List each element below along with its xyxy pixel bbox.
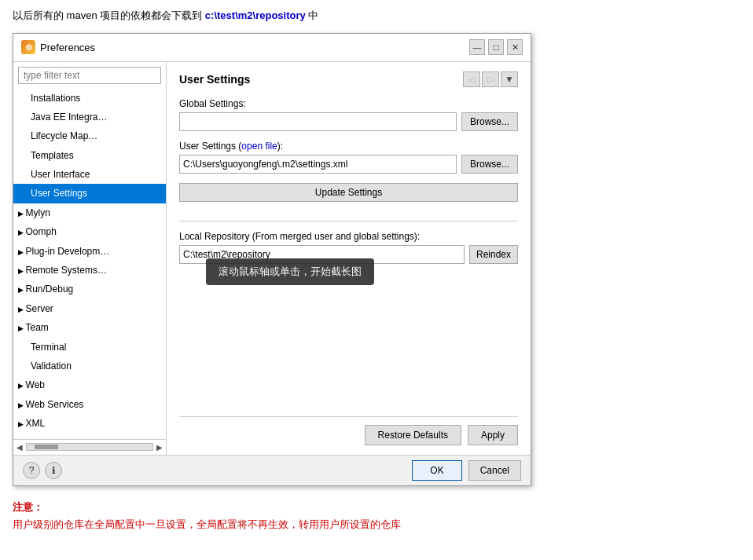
local-repo-row: Reindex	[179, 245, 518, 264]
apply-button[interactable]: Apply	[468, 425, 518, 445]
sidebar-item-javaee[interactable]: Java EE Integra…	[13, 108, 166, 126]
top-text-path: c:\test\m2\repository	[205, 9, 306, 21]
forward-nav-button[interactable]: ▷	[482, 71, 499, 87]
back-nav-button[interactable]: ◁	[463, 71, 480, 87]
nav-buttons: ◁ ▷ ▼	[463, 71, 518, 87]
local-repo-label: Local Repository (From merged user and g…	[179, 231, 518, 242]
content-title: User Settings	[179, 73, 250, 86]
scroll-right-arrow[interactable]: ▶	[156, 443, 163, 452]
close-button[interactable]: ✕	[507, 39, 523, 55]
scroll-thumb	[35, 445, 58, 449]
sidebar-item-oomph[interactable]: Oomph	[13, 222, 166, 241]
sidebar-item-mylyn[interactable]: Mylyn	[13, 203, 166, 222]
content-header: User Settings ◁ ▷ ▼	[179, 71, 518, 87]
horizontal-scrollbar[interactable]	[26, 443, 153, 451]
filter-input[interactable]	[18, 67, 161, 84]
footer-left-buttons: ? ℹ	[23, 462, 62, 479]
section-divider	[179, 221, 518, 221]
bottom-action-buttons: Restore Defaults Apply	[179, 416, 518, 445]
sidebar-item-lifecycle[interactable]: Lifecycle Map…	[13, 126, 166, 145]
sidebar-item-xml[interactable]: XML	[13, 414, 166, 433]
minimize-button[interactable]: —	[469, 39, 485, 55]
reindex-button[interactable]: Reindex	[469, 245, 518, 264]
ok-button[interactable]: OK	[412, 460, 461, 481]
content-panel: User Settings ◁ ▷ ▼ Global Settings: Bro…	[167, 62, 531, 455]
note-body: 用户级别的仓库在全局配置中一旦设置，全局配置将不再生效，转用用户所设置的仓库	[13, 516, 740, 533]
sidebar-item-rundebug[interactable]: Run/Debug	[13, 280, 166, 298]
scroll-left-arrow[interactable]: ◀	[17, 443, 23, 452]
sidebar-scrollbar-area: ◀ ▶	[13, 439, 166, 455]
global-settings-input[interactable]	[179, 112, 457, 131]
user-settings-row: Browse...	[179, 155, 518, 174]
note-title: 注意：	[13, 499, 740, 516]
top-annotation: 以后所有的 maven 项目的依赖都会下载到 c:\test\m2\reposi…	[13, 8, 740, 24]
sidebar-tree: Installations Java EE Integra… Lifecycle…	[13, 89, 166, 439]
content-spacer	[179, 264, 518, 416]
top-text-suffix: 中	[306, 9, 319, 21]
local-repo-input[interactable]	[179, 245, 465, 264]
dialog-title-section: ⚙ Preferences	[21, 40, 95, 54]
sidebar: Installations Java EE Integra… Lifecycle…	[13, 62, 167, 455]
dialog-title-text: Preferences	[40, 42, 95, 53]
help-icon-button[interactable]: ?	[23, 462, 40, 479]
global-settings-browse-button[interactable]: Browse...	[461, 112, 518, 131]
global-settings-label: Global Settings:	[179, 98, 518, 109]
sidebar-item-remote[interactable]: Remote Systems…	[13, 261, 166, 280]
preferences-dialog: ⚙ Preferences — □ ✕ Installations Java E…	[13, 33, 740, 486]
user-settings-browse-button[interactable]: Browse...	[461, 155, 518, 174]
sidebar-item-userinterface[interactable]: User Interface	[13, 165, 166, 184]
sidebar-item-terminal[interactable]: Terminal	[13, 338, 166, 357]
sidebar-item-installations[interactable]: Installations	[13, 89, 166, 108]
note-section: 注意： 用户级别的仓库在全局配置中一旦设置，全局配置将不再生效，转用用户所设置的…	[13, 499, 740, 533]
info-icon-button[interactable]: ℹ	[45, 462, 62, 479]
nav-dropdown-button[interactable]: ▼	[501, 71, 518, 87]
top-text-prefix: 以后所有的 maven 项目的依赖都会下载到	[13, 9, 205, 21]
restore-defaults-button[interactable]: Restore Defaults	[365, 425, 461, 445]
open-file-link[interactable]: open file	[241, 141, 277, 152]
sidebar-item-usersettings[interactable]: User Settings	[13, 184, 166, 203]
window-controls: — □ ✕	[469, 39, 523, 55]
sidebar-item-team[interactable]: Team	[13, 318, 166, 337]
user-settings-label: User Settings (open file):	[179, 141, 518, 152]
global-settings-row: Browse...	[179, 112, 518, 131]
user-settings-input[interactable]	[179, 155, 457, 174]
dialog-footer: ? ℹ OK Cancel	[13, 455, 531, 485]
footer-right-buttons: OK Cancel	[412, 460, 521, 481]
sidebar-item-plugin[interactable]: Plug-in Developm…	[13, 242, 166, 261]
maximize-button[interactable]: □	[488, 39, 504, 55]
cancel-button[interactable]: Cancel	[468, 460, 521, 481]
dialog-titlebar: ⚙ Preferences — □ ✕	[13, 34, 531, 62]
sidebar-item-webservices[interactable]: Web Services	[13, 395, 166, 414]
update-settings-button[interactable]: Update Settings	[179, 183, 518, 202]
sidebar-item-server[interactable]: Server	[13, 299, 166, 318]
sidebar-item-templates[interactable]: Templates	[13, 146, 166, 165]
dialog-icon: ⚙	[21, 40, 35, 54]
sidebar-item-validation[interactable]: Validation	[13, 357, 166, 375]
sidebar-item-web[interactable]: Web	[13, 375, 166, 394]
